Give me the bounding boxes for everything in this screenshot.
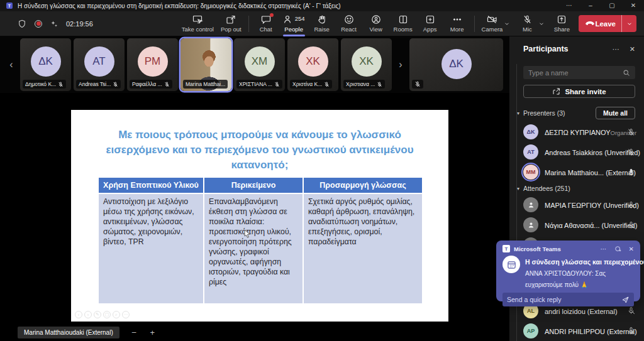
rooms-button[interactable]: Rooms	[393, 14, 413, 33]
search-icon	[623, 69, 630, 77]
mute-all-button[interactable]: Mute all	[596, 107, 635, 119]
video-tile[interactable]: XK Χριστιανα ...	[341, 38, 392, 91]
raise-hand-button[interactable]: Raise	[312, 14, 332, 33]
more-ellipsis-icon	[452, 14, 462, 24]
mic-muted-icon	[274, 82, 280, 87]
video-tile-marina-selected[interactable]: Marina Matthai...	[180, 38, 231, 91]
mic-disabled-icon	[627, 327, 635, 335]
video-tile[interactable]: XM ΧΡΙΣΤΙΑΝΑ ...	[234, 38, 285, 91]
toast-message-line: ευχαριστούμε πολύ 🙏	[525, 281, 588, 288]
avatar: AP	[523, 323, 538, 338]
people-count: 254	[295, 15, 305, 22]
react-smiley-icon	[344, 14, 354, 24]
presenters-section-header[interactable]: ▾ Presenters (3) Mute all	[509, 104, 644, 122]
filmstrip-next-button[interactable]: ›	[394, 38, 407, 91]
leave-button[interactable]: Leave	[579, 15, 636, 32]
mic-muted-icon	[164, 82, 170, 87]
person-icon	[527, 201, 535, 209]
screenshare-bottom-bar: Marina Matthaioudaki (External) – +	[0, 323, 509, 341]
tile-name: ΧΡΙΣΤΙΑΝΑ ...	[239, 81, 272, 87]
share-screen-icon	[557, 14, 567, 24]
share-invite-button[interactable]: Share invite	[523, 85, 635, 98]
camera-off-icon	[487, 14, 497, 24]
slide-more-icon: ⋯	[122, 311, 130, 318]
participants-more-button[interactable]: ⋯	[613, 45, 619, 53]
calendar-avatar-icon	[502, 256, 520, 273]
leave-options-chevron-icon[interactable]	[626, 21, 633, 27]
avatar: XK	[352, 46, 382, 77]
toast-more-button[interactable]: ⋯	[601, 246, 607, 252]
toast-notification-settings-icon[interactable]	[614, 246, 621, 252]
view-button[interactable]: View	[366, 14, 386, 33]
window-title: Η σύνδεση γλώσσας και περιεχομένου στη δ…	[18, 3, 341, 9]
share-button[interactable]: Share	[552, 14, 572, 33]
participant-row[interactable]: AT Andreas Tsiakkiros (Unverified)	[509, 142, 644, 162]
zoom-out-button[interactable]: –	[132, 328, 136, 337]
avatar-generic	[523, 197, 538, 212]
video-tile[interactable]: ΔΚ Δημοτικό Κ...	[20, 38, 71, 91]
mic-muted-icon	[627, 128, 635, 136]
people-icon	[283, 14, 293, 24]
quick-reply-field[interactable]	[502, 293, 634, 306]
chat-unread-badge	[270, 13, 274, 17]
tile-name: Andreas Tsi...	[79, 81, 111, 87]
video-tile-large[interactable]: ΔΚ	[409, 38, 503, 91]
mic-on-icon	[627, 168, 635, 176]
mic-muted-icon	[58, 82, 64, 87]
zoom-in-button[interactable]: +	[150, 328, 155, 337]
mic-options-chevron-icon[interactable]	[538, 21, 545, 27]
participant-row[interactable]: ΔΚ ΔΕΣΠΩ ΚΥΠΡΙΑΝΟΥOrganizer	[509, 122, 644, 142]
attendees-section-header[interactable]: ▾ Attendees (251)	[509, 182, 644, 195]
video-tile[interactable]: AT Andreas Tsi...	[74, 38, 125, 91]
window-more-icon[interactable]: ⋯	[558, 0, 580, 11]
more-button[interactable]: More	[447, 14, 467, 33]
participant-search[interactable]	[523, 66, 635, 79]
slide-zoom-icon: ⌕	[113, 311, 120, 318]
mouse-cursor-icon	[244, 229, 251, 238]
shared-screen-stage: Με ποιους τρόπους μπορούμε να κάνουμε το…	[0, 93, 509, 323]
take-control-button[interactable]: Take control	[182, 14, 214, 33]
search-input[interactable]	[528, 69, 623, 77]
slide-table: Χρήση Εποπτικού Υλικού Περικείμενο Προσα…	[97, 176, 423, 305]
slide-prev-icon: ‹	[75, 311, 82, 318]
window-close-button[interactable]: ✕	[623, 0, 644, 11]
pop-out-button[interactable]: Pop out	[221, 14, 242, 33]
mic-disabled-icon	[627, 306, 635, 315]
table-cell: Επαναλαμβανόμενη έκθεση στη γλώσσα σε πο…	[204, 193, 303, 304]
camera-button[interactable]: Camera	[482, 14, 503, 33]
mic-off-icon	[523, 14, 532, 24]
share-invite-icon	[552, 87, 560, 95]
teams-notification-toast[interactable]: T Microsoft Teams ⋯ ✕ Η σύνδεση γλώσσας …	[496, 241, 640, 301]
apps-button[interactable]: Apps	[420, 14, 440, 33]
slide-all-slides-icon: ▢	[103, 311, 111, 318]
video-tile[interactable]: PM Ραφαέλλα ...	[127, 38, 178, 91]
tile-name: Marina Matthai...	[186, 81, 225, 87]
avatar: XM	[245, 46, 275, 77]
participant-row[interactable]: AP ANDRI PHILIPPOU (External)	[509, 321, 644, 341]
table-header: Χρήση Εποπτικού Υλικού	[98, 177, 204, 193]
chat-button[interactable]: Chat	[256, 14, 276, 33]
participant-row[interactable]: MM Marina Matthaiou... (External)	[509, 162, 644, 182]
participant-row[interactable]: Νάγια Αθανασιά... (Unverified)	[509, 215, 644, 235]
people-button[interactable]: 254 People	[283, 14, 305, 33]
avatar: PM	[138, 46, 168, 77]
participants-close-button[interactable]: ✕	[630, 45, 635, 53]
react-button[interactable]: React	[339, 14, 359, 33]
toast-title: Η σύνδεση γλώσσας και περιεχομένου...	[525, 258, 644, 266]
video-tile[interactable]: XK Χριστίνα Κ...	[287, 38, 338, 91]
take-control-icon	[192, 14, 203, 24]
participant-row[interactable]: ΜΑΡΙΑ ΓΕΩΡΓΙΟΥ (Unverified)	[509, 195, 644, 215]
quick-reply-input[interactable]	[507, 296, 621, 303]
mic-button[interactable]: Mic	[517, 14, 537, 33]
teams-logo-icon: T	[6, 3, 13, 9]
camera-options-chevron-icon[interactable]	[504, 21, 510, 27]
person-icon	[527, 221, 535, 229]
window-maximize-button[interactable]: ▢	[601, 0, 623, 11]
sparkle-icon	[50, 20, 58, 28]
toast-close-button[interactable]: ✕	[629, 246, 634, 252]
presenter-label: Marina Matthaioudaki (External)	[18, 327, 119, 338]
filmstrip-prev-button[interactable]: ‹	[5, 38, 18, 91]
send-icon[interactable]	[621, 296, 630, 304]
mic-muted-icon	[324, 82, 330, 87]
window-minimize-button[interactable]: –	[580, 0, 601, 11]
